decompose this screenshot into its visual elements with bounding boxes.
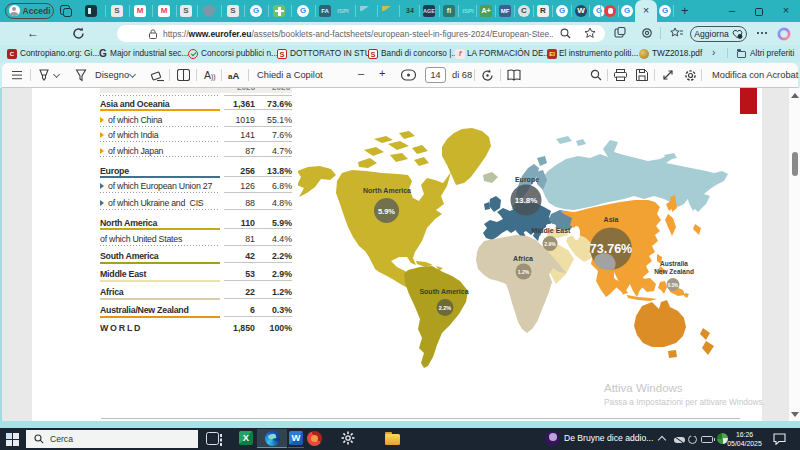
- svg-text:1.2%: 1.2%: [518, 269, 530, 275]
- svg-text:Europe: Europe: [515, 176, 539, 184]
- svg-text:5.9%: 5.9%: [378, 207, 395, 216]
- svg-text:Asia: Asia: [604, 216, 619, 223]
- svg-text:Africa: Africa: [513, 255, 533, 262]
- svg-text:North America: North America: [363, 187, 411, 194]
- svg-text:73.76%: 73.76%: [590, 242, 632, 256]
- svg-text:New Zealand: New Zealand: [654, 268, 694, 275]
- svg-text:Australia: Australia: [660, 260, 688, 267]
- svg-text:0.3%: 0.3%: [668, 283, 678, 288]
- svg-text:2.2%: 2.2%: [439, 305, 452, 311]
- svg-text:Middle East: Middle East: [532, 227, 572, 234]
- svg-text:2.9%: 2.9%: [544, 241, 556, 247]
- svg-text:South America: South America: [419, 288, 468, 295]
- svg-text:13.8%: 13.8%: [515, 196, 538, 205]
